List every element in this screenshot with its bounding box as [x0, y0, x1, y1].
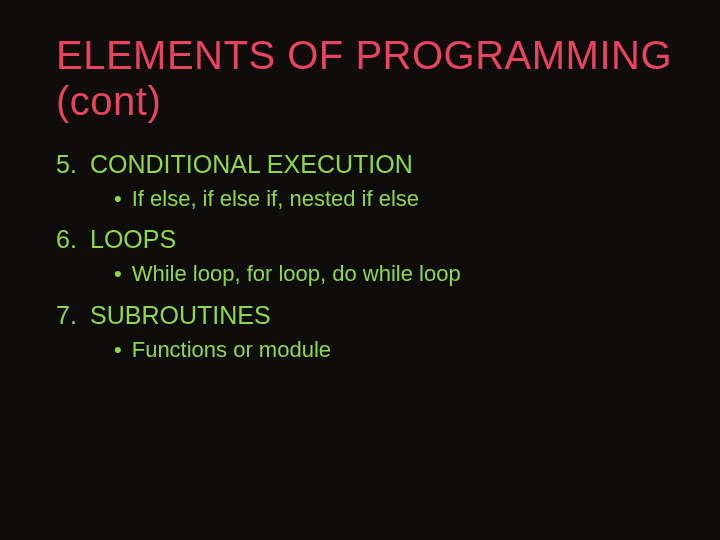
item-heading-row: 5. CONDITIONAL EXECUTION	[56, 148, 672, 182]
item-heading: SUBROUTINES	[90, 299, 271, 333]
sub-item: • While loop, for loop, do while loop	[56, 259, 672, 289]
item-heading-row: 6. LOOPS	[56, 223, 672, 257]
bullet-icon: •	[114, 184, 122, 214]
bullet-icon: •	[114, 335, 122, 365]
item-number: 6.	[56, 223, 86, 257]
sub-item: • Functions or module	[56, 335, 672, 365]
item-heading: CONDITIONAL EXECUTION	[90, 148, 413, 182]
slide-container: ELEMENTS OF PROGRAMMING (cont) 5. CONDIT…	[0, 0, 720, 540]
list-item: 6. LOOPS • While loop, for loop, do whil…	[56, 223, 672, 288]
sub-item: • If else, if else if, nested if else	[56, 184, 672, 214]
item-heading-row: 7. SUBROUTINES	[56, 299, 672, 333]
sub-list: • If else, if else if, nested if else	[56, 184, 672, 214]
bullet-icon: •	[114, 259, 122, 289]
list-item: 5. CONDITIONAL EXECUTION • If else, if e…	[56, 148, 672, 213]
list-item: 7. SUBROUTINES • Functions or module	[56, 299, 672, 364]
sub-list: • While loop, for loop, do while loop	[56, 259, 672, 289]
slide-title: ELEMENTS OF PROGRAMMING (cont)	[56, 32, 672, 124]
sub-item-text: Functions or module	[132, 335, 331, 365]
item-number: 7.	[56, 299, 86, 333]
item-heading: LOOPS	[90, 223, 176, 257]
sub-item-text: If else, if else if, nested if else	[132, 184, 419, 214]
item-number: 5.	[56, 148, 86, 182]
sub-list: • Functions or module	[56, 335, 672, 365]
sub-item-text: While loop, for loop, do while loop	[132, 259, 461, 289]
main-list: 5. CONDITIONAL EXECUTION • If else, if e…	[56, 148, 672, 364]
